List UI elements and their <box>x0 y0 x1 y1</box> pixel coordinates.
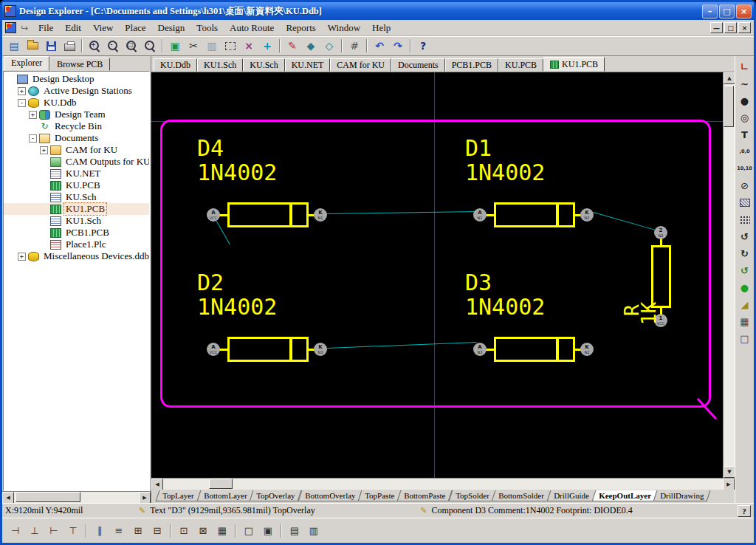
increase-spacing-button[interactable]: ⊞ <box>129 523 147 539</box>
doc-tab-ku-pcb[interactable]: KU.PCB <box>498 58 543 72</box>
canvas-hscrollbar[interactable]: ◀ ▶ <box>151 478 735 490</box>
tile-components-button[interactable]: ▤ <box>286 523 303 539</box>
pad-K[interactable]: KN1 <box>314 208 327 222</box>
layer-tab-topsolder[interactable]: TopSolder <box>448 490 496 501</box>
menu-file[interactable]: File <box>32 21 59 35</box>
tree-expander[interactable]: + <box>18 87 26 95</box>
tree-item-ku-net[interactable]: +KU.NET <box>4 168 149 179</box>
pad-K[interactable]: KN2 <box>580 208 594 222</box>
silkscreen-value[interactable]: 1N4002 <box>197 162 277 184</box>
component-body-r[interactable] <box>651 245 671 308</box>
component-body-d3[interactable] <box>494 337 575 362</box>
pad-A[interactable]: AN3 <box>473 343 487 356</box>
silkscreen-value[interactable]: 1N4002 <box>197 296 277 318</box>
align-top-button[interactable]: ⊤ <box>64 523 82 539</box>
doc-tab-ku-net[interactable]: KU.NET <box>285 58 331 72</box>
pcb-canvas[interactable]: D41N4002AVCCKN1D11N4002AN1KN2D21N4002AVC… <box>151 72 723 478</box>
canvas-vscrollbar[interactable]: ▲ ▼ <box>723 72 735 478</box>
doc-tab-cam-for-ku[interactable]: CAM for KU <box>330 58 391 72</box>
layer-tab-keepoutlayer[interactable]: KeepOutLayer <box>591 490 658 501</box>
place-coordinate-button[interactable]: ,0,0 <box>737 144 753 159</box>
minimize-button[interactable]: – <box>702 4 718 18</box>
component-body-d2[interactable] <box>227 337 309 362</box>
menu-auto-route[interactable]: Auto Route <box>224 21 280 35</box>
align-right-button[interactable]: ⊢ <box>45 523 63 539</box>
status-help-button[interactable]: ? <box>738 505 751 517</box>
scroll-thumb[interactable] <box>209 479 233 489</box>
tree-expander[interactable]: + <box>29 111 37 119</box>
place-room-tool-button[interactable]: □ <box>240 523 258 539</box>
zoom-out-button[interactable]: - <box>104 38 122 54</box>
place-via-button[interactable]: ◎ <box>737 110 753 125</box>
space-horizontal-button[interactable]: ∥ <box>91 523 109 539</box>
cut-button[interactable]: ✂ <box>185 38 202 54</box>
component-body-d1[interactable] <box>494 202 575 227</box>
place-room-button[interactable]: □ <box>737 331 753 346</box>
decrease-spacing-button[interactable]: ⊟ <box>148 523 166 539</box>
tree-expander[interactable]: - <box>29 134 37 143</box>
silkscreen-1k[interactable]: 1K <box>639 302 659 325</box>
arrange-components-button[interactable]: ▦ <box>213 523 231 539</box>
maximize-button[interactable]: □ <box>719 4 735 18</box>
doc-tab-ku-sch[interactable]: KU.Sch <box>243 58 284 72</box>
menu-place[interactable]: Place <box>119 21 151 35</box>
pad-A[interactable]: AVCC <box>207 208 220 222</box>
doc-tab-ku1-pcb[interactable]: KU1.PCB <box>543 57 605 72</box>
interactive-route-button[interactable]: ∟ <box>737 59 753 74</box>
drc-batch-button[interactable]: ◇ <box>320 38 338 54</box>
back-arrow-icon[interactable]: ↪ <box>18 23 31 33</box>
tree-hscrollbar[interactable]: ◀ ▶ <box>2 491 151 503</box>
menu-design[interactable]: Design <box>152 21 191 35</box>
move-to-grid-button[interactable]: ⊠ <box>194 523 212 539</box>
menu-tools[interactable]: Tools <box>190 21 224 35</box>
menu-help[interactable]: Help <box>366 21 396 35</box>
doc-tab-ku-ddb[interactable]: KU.Ddb <box>154 58 197 72</box>
pad-K[interactable]: KN2 <box>580 343 594 356</box>
scroll-right-arrow[interactable]: ▶ <box>139 492 151 504</box>
tree-expander[interactable]: + <box>18 253 26 261</box>
rotate-ccw-button[interactable]: ↺ <box>737 229 753 244</box>
tree-item-design-team[interactable]: +Design Team <box>4 109 149 120</box>
arrange-within-room-button[interactable]: ▣ <box>259 523 277 539</box>
set-origin-button[interactable]: ⊘ <box>737 178 753 193</box>
paste-array-button[interactable]: ▦ <box>737 314 753 329</box>
select-area-button[interactable] <box>221 38 239 54</box>
stack-components-button[interactable]: ▥ <box>305 523 323 539</box>
mdi-close-button[interactable]: × <box>738 22 751 33</box>
layer-tab-bottompaste[interactable]: BottomPaste <box>397 490 453 501</box>
tree-item-place1-plc[interactable]: +Place1.Plc <box>4 239 149 250</box>
layer-tab-toplayer[interactable]: TopLayer <box>156 490 201 501</box>
silkscreen-value[interactable]: 1N4002 <box>465 296 545 318</box>
help-button[interactable]: ? <box>414 38 432 54</box>
component-body-d4[interactable] <box>227 202 309 227</box>
silkscreen-ref-d2[interactable]: D2 <box>197 272 224 294</box>
doc-tab-pcb1-pcb[interactable]: PCB1.PCB <box>445 58 498 72</box>
silkscreen-ref-d3[interactable]: D3 <box>465 272 492 294</box>
silkscreen-value[interactable]: 1N4002 <box>465 162 545 184</box>
layer-tab-drilldrawing[interactable]: DrillDrawing <box>653 490 711 501</box>
place-fill-button[interactable] <box>737 195 753 210</box>
tree-item-recycle-bin[interactable]: +↻Recycle Bin <box>4 120 149 132</box>
place-dimension-button[interactable]: 10,10 <box>737 161 753 176</box>
highlight-net-button[interactable]: ● <box>737 280 753 295</box>
tree-item-ku-pcb[interactable]: +KU.PCB <box>4 179 149 191</box>
rotate-cw-button[interactable]: ↻ <box>737 246 753 261</box>
save-button[interactable] <box>42 38 60 54</box>
menu-window[interactable]: Window <box>322 21 366 35</box>
tree-item-design-desktop[interactable]: +Design Desktop <box>4 73 149 85</box>
scroll-left-arrow[interactable]: ◀ <box>2 492 14 504</box>
copy-button[interactable]: ▥ <box>203 38 221 54</box>
global-edit-button[interactable]: ✎ <box>284 38 301 54</box>
snap-grid-button[interactable]: # <box>346 38 363 54</box>
undo-button[interactable]: ↶ <box>371 38 388 54</box>
tree-item-active-design-stations[interactable]: +Active Design Stations <box>4 85 149 97</box>
align-center-button[interactable]: ⊥ <box>26 523 44 539</box>
layer-tab-topoverlay[interactable]: TopOverlay <box>250 490 302 501</box>
mirror-component-button[interactable]: ↺ <box>737 263 753 278</box>
mdi-restore-button[interactable]: □ <box>724 22 737 33</box>
scroll-track[interactable] <box>163 479 723 490</box>
tree-item-cam-for-ku[interactable]: +CAM for KU <box>4 144 149 156</box>
layer-tab-bottomlayer[interactable]: BottomLayer <box>196 490 254 501</box>
scroll-up-arrow[interactable]: ▲ <box>724 72 735 84</box>
scroll-right-arrow[interactable]: ▶ <box>723 479 735 490</box>
